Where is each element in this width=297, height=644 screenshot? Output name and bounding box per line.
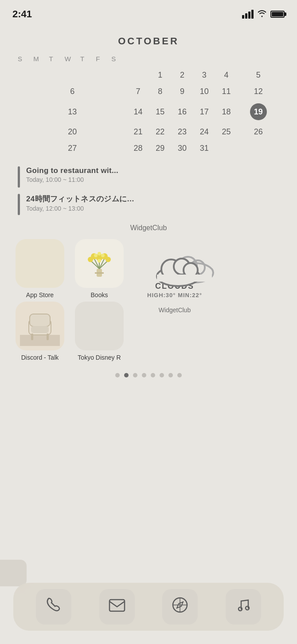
cal-cell-13[interactable]: 13 bbox=[18, 100, 127, 124]
apps-column: App Store bbox=[13, 239, 126, 361]
status-time: 2:41 bbox=[12, 8, 32, 20]
page-dot-0[interactable] bbox=[115, 373, 120, 377]
cal-cell-21[interactable]: 21 bbox=[127, 124, 149, 140]
cal-cell-22[interactable]: 22 bbox=[149, 124, 171, 140]
cal-cell-31[interactable]: 31 bbox=[193, 140, 215, 157]
cal-cell-5[interactable]: 5 bbox=[237, 67, 279, 83]
app-item-tokyo[interactable]: Tokyo Disney R bbox=[73, 302, 126, 361]
dock-music[interactable] bbox=[226, 589, 261, 624]
apps-and-weather: App Store bbox=[0, 239, 297, 361]
cal-cell-8[interactable]: 8 bbox=[149, 83, 171, 100]
cal-cell-12[interactable]: 12 bbox=[237, 83, 279, 100]
cal-cell-10[interactable]: 10 bbox=[193, 83, 215, 100]
cal-cell-24[interactable]: 24 bbox=[193, 124, 215, 140]
cal-cell-empty bbox=[215, 140, 238, 157]
event-bar bbox=[18, 166, 20, 188]
cal-cell-18[interactable]: 18 bbox=[215, 100, 238, 124]
widgetclub-label: WidgetClub bbox=[0, 224, 297, 232]
svg-point-36 bbox=[238, 607, 242, 611]
cal-cell-14[interactable]: 14 bbox=[127, 100, 149, 124]
status-bar: 2:41 bbox=[0, 0, 297, 22]
cal-header-S: S bbox=[18, 53, 20, 64]
cal-header-F: F bbox=[96, 53, 98, 64]
cal-cell-2[interactable]: 2 bbox=[171, 67, 193, 83]
page-dot-5[interactable] bbox=[160, 373, 164, 377]
app-item-discord[interactable]: Discord - Talk bbox=[13, 302, 66, 361]
calendar-widget: OCTOBER SMTWTFS 123456789101112131415161… bbox=[18, 35, 279, 157]
cal-cell-11[interactable]: 11 bbox=[215, 83, 238, 100]
svg-point-13 bbox=[98, 259, 101, 263]
svg-rect-19 bbox=[31, 334, 33, 340]
calendar-month: OCTOBER bbox=[18, 35, 279, 47]
cal-cell-28[interactable]: 28 bbox=[127, 140, 149, 157]
cal-cell-empty bbox=[18, 67, 127, 83]
event-item-2: 24時間フィットネスのジムに… Today, 12:00 ~ 13:00 bbox=[18, 194, 279, 215]
cal-cell-7[interactable]: 7 bbox=[127, 83, 149, 100]
page-dot-6[interactable] bbox=[168, 373, 173, 377]
appstore-label: App Store bbox=[26, 291, 54, 299]
svg-rect-32 bbox=[109, 600, 125, 611]
cal-cell-17[interactable]: 17 bbox=[193, 100, 215, 124]
app-item-books[interactable]: Books bbox=[73, 239, 126, 299]
event-title-2: 24時間フィットネスのジムに… bbox=[26, 194, 134, 204]
cal-header-S: S bbox=[111, 53, 113, 64]
page-dot-1[interactable] bbox=[124, 373, 129, 377]
appstore-icon bbox=[16, 239, 64, 288]
cal-cell-3[interactable]: 3 bbox=[193, 67, 215, 83]
svg-point-15 bbox=[101, 254, 105, 257]
event-item-1: Going to restaurant wit... Today, 10:00 … bbox=[18, 166, 279, 188]
cal-header-T: T bbox=[80, 53, 82, 64]
cal-cell-19[interactable]: 19 bbox=[237, 100, 279, 124]
page-dot-4[interactable] bbox=[151, 373, 155, 377]
cal-cell-27[interactable]: 27 bbox=[18, 140, 127, 157]
weather-widget: Clouds High:30° Min:22° WidgetClub bbox=[130, 239, 219, 314]
status-icons bbox=[242, 9, 285, 20]
books-label: Books bbox=[91, 291, 108, 299]
event-content: Going to restaurant wit... Today, 10:00 … bbox=[26, 166, 118, 183]
page-dot-3[interactable] bbox=[142, 373, 146, 377]
weather-temp: High:30° Min:22° bbox=[147, 292, 202, 298]
event-title-1: Going to restaurant wit... bbox=[26, 166, 118, 175]
svg-line-5 bbox=[91, 261, 99, 269]
svg-rect-31 bbox=[176, 275, 212, 282]
cal-cell-16[interactable]: 16 bbox=[171, 100, 193, 124]
wifi-icon bbox=[257, 9, 267, 20]
mail-icon bbox=[109, 597, 125, 616]
tokyo-label: Tokyo Disney R bbox=[78, 354, 121, 361]
partial-app bbox=[0, 560, 27, 586]
signal-icon bbox=[242, 10, 254, 19]
cal-header-M: M bbox=[33, 53, 35, 64]
cal-cell-15[interactable]: 15 bbox=[149, 100, 171, 124]
svg-point-12 bbox=[98, 252, 101, 255]
cal-cell-9[interactable]: 9 bbox=[171, 83, 193, 100]
svg-point-11 bbox=[106, 257, 111, 262]
dock-phone[interactable] bbox=[36, 589, 71, 624]
discord-label: Discord - Talk bbox=[21, 354, 59, 361]
svg-rect-1 bbox=[95, 272, 104, 274]
page-dots bbox=[0, 373, 297, 377]
app-item-appstore[interactable]: App Store bbox=[13, 239, 66, 299]
event-bar-2 bbox=[18, 194, 20, 215]
event-time-2: Today, 12:00 ~ 13:00 bbox=[26, 205, 134, 212]
cal-cell-empty bbox=[237, 140, 279, 157]
tokyo-icon bbox=[75, 302, 124, 350]
phone-icon bbox=[45, 597, 62, 617]
svg-rect-22 bbox=[31, 326, 49, 333]
cal-cell-26[interactable]: 26 bbox=[237, 124, 279, 140]
page-dot-2[interactable] bbox=[133, 373, 137, 377]
cal-cell-30[interactable]: 30 bbox=[171, 140, 193, 157]
cal-cell-20[interactable]: 20 bbox=[18, 124, 127, 140]
cal-cell-25[interactable]: 25 bbox=[215, 124, 238, 140]
cal-cell-1[interactable]: 1 bbox=[149, 67, 171, 83]
page-dot-7[interactable] bbox=[177, 373, 182, 377]
dock-mail[interactable] bbox=[99, 589, 135, 624]
cal-header-T: T bbox=[49, 53, 51, 64]
cal-cell-4[interactable]: 4 bbox=[215, 67, 238, 83]
books-icon bbox=[75, 239, 124, 288]
calendar-grid: SMTWTFS 12345678910111213141516171819202… bbox=[18, 53, 279, 157]
dock-safari[interactable] bbox=[162, 589, 198, 624]
cal-cell-6[interactable]: 6 bbox=[18, 83, 127, 100]
cal-header-W: W bbox=[65, 53, 67, 64]
cal-cell-29[interactable]: 29 bbox=[149, 140, 171, 157]
cal-cell-23[interactable]: 23 bbox=[171, 124, 193, 140]
